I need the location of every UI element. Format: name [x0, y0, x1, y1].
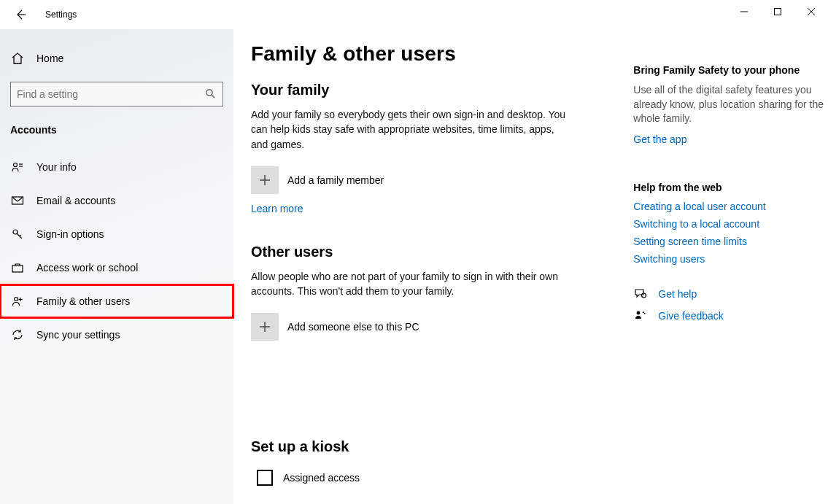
feedback-icon — [633, 309, 648, 323]
person-icon — [10, 160, 25, 174]
svg-point-7 — [14, 163, 18, 167]
svg-rect-2 — [775, 9, 781, 15]
safety-desc: Use all of the digital safety features y… — [633, 83, 828, 126]
feedback-link[interactable]: Give feedback — [658, 310, 724, 322]
search-icon — [205, 88, 217, 100]
help-link-screen-time[interactable]: Setting screen time limits — [633, 236, 828, 247]
assigned-access[interactable]: Assigned access — [251, 470, 589, 486]
learn-more-link[interactable]: Learn more — [251, 203, 303, 214]
sidebar-item-label: Sync your settings — [36, 329, 120, 341]
assigned-access-label: Assigned access — [283, 472, 360, 484]
mail-icon — [10, 193, 25, 208]
sidebar-section: Accounts — [10, 124, 233, 136]
maximize-button[interactable] — [761, 0, 794, 23]
sync-icon — [10, 327, 25, 342]
sidebar-item-your-info[interactable]: Your info — [0, 150, 233, 184]
add-other-label: Add someone else to this PC — [287, 321, 419, 333]
help-link-local-user[interactable]: Creating a local user account — [633, 201, 828, 212]
search-box[interactable] — [10, 82, 223, 106]
search-input[interactable] — [17, 88, 205, 100]
svg-point-5 — [206, 90, 212, 96]
sidebar-item-label: Email & accounts — [36, 195, 115, 206]
add-family-label: Add a family member — [287, 174, 384, 186]
right-column: Bring Family Safety to your phone Use al… — [633, 42, 828, 504]
sidebar-item-label: Your info — [36, 161, 77, 173]
svg-rect-14 — [12, 265, 23, 272]
plus-icon — [251, 313, 279, 341]
sidebar: Home Accounts Your info Email & accounts… — [0, 29, 233, 504]
minimize-button[interactable] — [727, 0, 761, 23]
family-heading: Your family — [251, 82, 589, 98]
content-area: Family & other users Your family Add you… — [251, 42, 589, 504]
sidebar-item-sync[interactable]: Sync your settings — [0, 318, 233, 352]
kiosk-checkbox-icon — [257, 470, 273, 486]
svg-line-6 — [212, 96, 215, 98]
sidebar-item-label: Access work or school — [36, 262, 138, 274]
svg-point-23 — [637, 311, 641, 314]
help-link-switching[interactable]: Switching users — [633, 253, 828, 265]
other-desc: Allow people who are not part of your fa… — [251, 269, 572, 299]
help-heading: Help from the web — [633, 182, 828, 193]
chat-help-icon — [633, 287, 648, 301]
home-icon — [10, 51, 25, 66]
plus-icon — [251, 166, 279, 194]
family-desc: Add your family so everybody gets their … — [251, 107, 572, 152]
sidebar-item-family[interactable]: Family & other users — [0, 284, 233, 318]
key-icon — [10, 227, 25, 241]
get-app-link[interactable]: Get the app — [633, 133, 686, 145]
sidebar-item-work[interactable]: Access work or school — [0, 251, 233, 284]
home-nav[interactable]: Home — [0, 42, 233, 74]
page-title: Family & other users — [251, 42, 589, 66]
other-heading: Other users — [251, 244, 589, 260]
sidebar-item-label: Sign-in options — [36, 228, 104, 240]
feedback-row[interactable]: Give feedback — [633, 309, 828, 323]
sidebar-item-email[interactable]: Email & accounts — [0, 184, 233, 217]
get-help-link[interactable]: Get help — [658, 288, 697, 300]
briefcase-icon — [10, 260, 25, 275]
sidebar-item-signin[interactable]: Sign-in options — [0, 217, 233, 251]
home-label: Home — [36, 53, 63, 64]
help-link-local-account[interactable]: Switching to a local account — [633, 218, 828, 230]
svg-line-12 — [17, 233, 22, 239]
add-other-user[interactable]: Add someone else to this PC — [251, 313, 589, 341]
close-button[interactable] — [794, 0, 828, 23]
svg-point-15 — [15, 298, 18, 301]
add-family-member[interactable]: Add a family member — [251, 166, 589, 194]
window-title: Settings — [45, 9, 77, 20]
sidebar-item-label: Family & other users — [36, 295, 130, 307]
safety-heading: Bring Family Safety to your phone — [633, 64, 828, 76]
back-button[interactable] — [9, 3, 32, 26]
get-help-row[interactable]: Get help — [633, 287, 828, 301]
kiosk-heading: Set up a kiosk — [251, 438, 589, 455]
people-add-icon — [10, 294, 25, 309]
svg-line-13 — [20, 235, 21, 236]
